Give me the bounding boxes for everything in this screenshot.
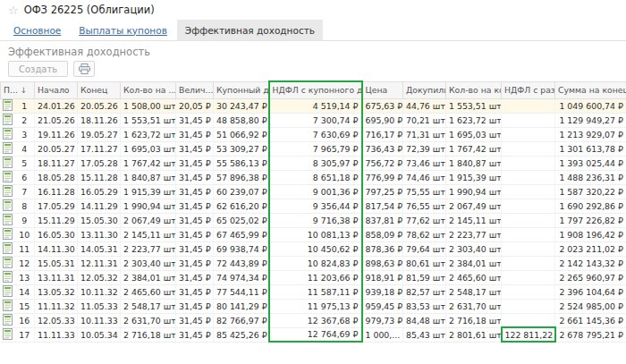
- ndfl-price-diff-cell[interactable]: [502, 213, 555, 227]
- ndfl-coupon-cell[interactable]: 11 587,11 ₽: [269, 284, 362, 299]
- end-date-cell[interactable]: 12.11.31: [78, 256, 121, 270]
- qty-end-cell[interactable]: 2 465,60 шт.: [446, 270, 502, 284]
- table-row[interactable]: 319.11.2619.05.271 623,72 шт.31,45 ₽51 0…: [1, 127, 626, 141]
- qty-end-cell[interactable]: 2 145,11 шт.: [446, 213, 502, 227]
- ndfl-price-diff-cell[interactable]: [502, 199, 555, 213]
- qty-end-cell[interactable]: 2 801,61 шт.: [446, 327, 502, 342]
- coupon-income-cell[interactable]: 85 425,26 ₽: [214, 327, 269, 342]
- ndfl-price-diff-cell[interactable]: [502, 156, 555, 170]
- ndfl-price-diff-cell[interactable]: [502, 256, 555, 270]
- col-header-ndfl-price-diff[interactable]: НДФЛ с разницы цены: [502, 81, 555, 98]
- ndfl-price-diff-cell[interactable]: [502, 241, 555, 256]
- end-date-cell[interactable]: 16.05.29: [78, 184, 121, 199]
- coupon-size-cell[interactable]: 31,45 ₽: [176, 327, 214, 342]
- sum-end-cell[interactable]: 2 661 145,36 ₽: [555, 313, 626, 327]
- price-cell[interactable]: 716,17 ₽: [362, 127, 403, 141]
- bought-cell[interactable]: 79,64 шт.: [403, 241, 446, 256]
- row-number-cell[interactable]: 5: [15, 156, 35, 170]
- coupon-income-cell[interactable]: 57 896,38 ₽: [214, 170, 269, 184]
- end-date-cell[interactable]: 13.11.30: [78, 227, 121, 241]
- start-date-cell[interactable]: 18.11.27: [35, 156, 78, 170]
- bought-cell[interactable]: 82,57 шт.: [403, 284, 446, 299]
- ndfl-price-diff-cell[interactable]: [502, 98, 555, 113]
- qty-end-cell[interactable]: 2 716,18 шт.: [446, 313, 502, 327]
- coupon-income-cell[interactable]: 67 465,99 ₽: [214, 227, 269, 241]
- qty-start-cell[interactable]: 2 548,17 шт.: [121, 299, 176, 313]
- coupon-size-cell[interactable]: 31,45 ₽: [176, 313, 214, 327]
- ndfl-coupon-cell[interactable]: 7 630,69 ₽: [269, 127, 362, 141]
- qty-end-cell[interactable]: 1 553,51 шт.: [446, 98, 502, 113]
- qty-start-cell[interactable]: 1 553,51 шт.: [121, 113, 176, 127]
- col-header-bought[interactable]: Докупили: [403, 81, 446, 98]
- row-number-cell[interactable]: 10: [15, 227, 35, 241]
- sum-end-cell[interactable]: 2 678 795,21 ₽: [555, 327, 626, 342]
- end-date-cell[interactable]: 19.05.27: [78, 127, 121, 141]
- table-row[interactable]: 518.11.2717.05.281 767,42 шт.31,45 ₽55 5…: [1, 156, 626, 170]
- qty-start-cell[interactable]: 1 623,72 шт.: [121, 127, 176, 141]
- price-cell[interactable]: 898,63 ₽: [362, 256, 403, 270]
- end-date-cell[interactable]: 15.05.30: [78, 213, 121, 227]
- ndfl-price-diff-cell[interactable]: [502, 299, 555, 313]
- bought-cell[interactable]: 75,55 шт.: [403, 184, 446, 199]
- tab-main[interactable]: Основное: [5, 20, 69, 40]
- col-header-price[interactable]: Цена: [362, 81, 403, 98]
- ndfl-coupon-cell[interactable]: 12 367,68 ₽: [269, 313, 362, 327]
- price-cell[interactable]: 776,99 ₽: [362, 170, 403, 184]
- price-cell[interactable]: 939,18 ₽: [362, 284, 403, 299]
- start-date-cell[interactable]: 16.05.30: [35, 227, 78, 241]
- col-header-end-date[interactable]: Конец: [78, 81, 121, 98]
- row-number-cell[interactable]: 8: [15, 199, 35, 213]
- sum-end-cell[interactable]: 1 690 292,86 ₽: [555, 199, 626, 213]
- table-row[interactable]: 1215.05.3112.11.312 303,40 шт.31,45 ₽72 …: [1, 256, 626, 270]
- start-date-cell[interactable]: 13.05.32: [35, 284, 78, 299]
- end-date-cell[interactable]: 15.11.28: [78, 170, 121, 184]
- ndfl-coupon-cell[interactable]: 12 764,69 ₽: [269, 327, 362, 342]
- table-row[interactable]: 618.05.2815.11.281 840,87 шт.31,45 ₽57 8…: [1, 170, 626, 184]
- bought-cell[interactable]: 84,48 шт.: [403, 313, 446, 327]
- col-header-qty-end[interactable]: Кол-во на конец: [446, 81, 502, 98]
- qty-start-cell[interactable]: 1 695,03 шт.: [121, 141, 176, 156]
- table-row[interactable]: 1016.05.3013.11.302 145,11 шт.31,45 ₽67 …: [1, 227, 626, 241]
- start-date-cell[interactable]: 15.11.29: [35, 213, 78, 227]
- coupon-income-cell[interactable]: 80 141,29 ₽: [214, 299, 269, 313]
- end-date-cell[interactable]: 10.05.34: [78, 327, 121, 342]
- sum-end-cell[interactable]: 2 023 211,02 ₽: [555, 241, 626, 256]
- coupon-size-cell[interactable]: 20,05 ₽: [176, 98, 214, 113]
- sum-end-cell[interactable]: 1 797 226,82 ₽: [555, 213, 626, 227]
- bought-cell[interactable]: 72,39 шт.: [403, 141, 446, 156]
- col-header-qty-start[interactable]: Кол-во на ...: [121, 81, 176, 98]
- coupon-size-cell[interactable]: 31,45 ₽: [176, 270, 214, 284]
- bought-cell[interactable]: 74,46 шт.: [403, 170, 446, 184]
- coupon-income-cell[interactable]: 69 938,74 ₽: [214, 241, 269, 256]
- qty-start-cell[interactable]: 2 465,60 шт.: [121, 284, 176, 299]
- row-number-cell[interactable]: 16: [15, 313, 35, 327]
- row-number-cell[interactable]: 4: [15, 141, 35, 156]
- table-row[interactable]: 1711.11.3310.05.342 716,18 шт.31,45 ₽85 …: [1, 327, 626, 342]
- start-date-cell[interactable]: 24.01.26: [35, 98, 78, 113]
- end-date-cell[interactable]: 10.11.32: [78, 284, 121, 299]
- bought-cell[interactable]: 81,59 шт.: [403, 270, 446, 284]
- print-button[interactable]: [73, 61, 95, 77]
- price-cell[interactable]: 858,09 ₽: [362, 227, 403, 241]
- coupon-size-cell[interactable]: 31,45 ₽: [176, 241, 214, 256]
- ndfl-price-diff-cell[interactable]: [502, 227, 555, 241]
- ndfl-price-diff-cell[interactable]: [502, 270, 555, 284]
- qty-start-cell[interactable]: 1 767,42 шт.: [121, 156, 176, 170]
- coupon-size-cell[interactable]: 31,45 ₽: [176, 127, 214, 141]
- ndfl-price-diff-cell[interactable]: [502, 127, 555, 141]
- ndfl-coupon-cell[interactable]: 8 305,97 ₽: [269, 156, 362, 170]
- table-row[interactable]: 1511.11.3211.05.332 548,17 шт.31,45 ₽80 …: [1, 299, 626, 313]
- table-row[interactable]: 716.11.2816.05.291 915,39 шт.31,45 ₽60 2…: [1, 184, 626, 199]
- end-date-cell[interactable]: 10.11.33: [78, 313, 121, 327]
- ndfl-price-diff-cell[interactable]: [502, 141, 555, 156]
- start-date-cell[interactable]: 14.11.30: [35, 241, 78, 256]
- sum-end-cell[interactable]: 2 265 960,97 ₽: [555, 270, 626, 284]
- table-row[interactable]: 1413.05.3210.11.322 465,60 шт.31,45 ₽77 …: [1, 284, 626, 299]
- bought-cell[interactable]: 77,62 шт.: [403, 213, 446, 227]
- qty-start-cell[interactable]: 2 384,01 шт.: [121, 270, 176, 284]
- qty-start-cell[interactable]: 2 145,11 шт.: [121, 227, 176, 241]
- price-cell[interactable]: 837,81 ₽: [362, 213, 403, 227]
- coupon-size-cell[interactable]: 31,45 ₽: [176, 156, 214, 170]
- coupon-income-cell[interactable]: 51 066,92 ₽: [214, 127, 269, 141]
- qty-start-cell[interactable]: 2 223,77 шт.: [121, 241, 176, 256]
